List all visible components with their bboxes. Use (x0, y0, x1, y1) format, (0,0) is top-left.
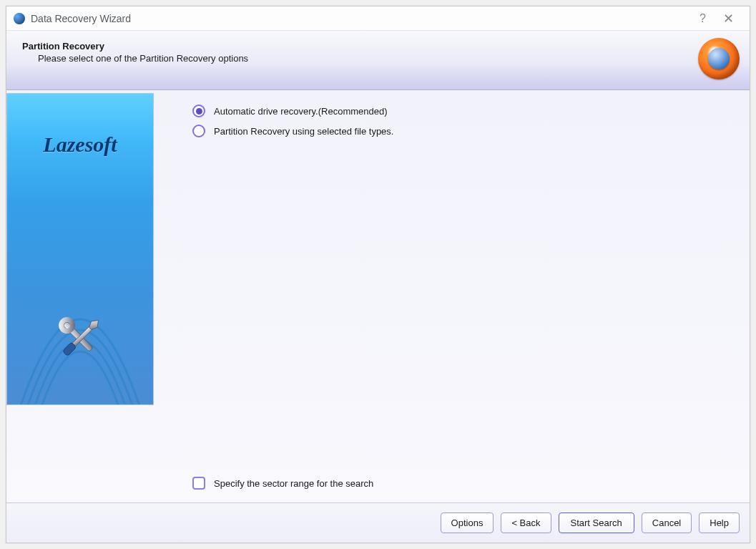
side-panel: Lazesoft (6, 93, 154, 405)
checkbox-label: Specify the sector range for the search (214, 478, 373, 489)
checkbox-icon (192, 477, 205, 490)
radio-icon (192, 105, 205, 117)
window-title: Data Recovery Wizard (31, 13, 131, 24)
wizard-window: Data Recovery Wizard ? ✕ Partition Recov… (6, 6, 750, 543)
checkbox-sector-range[interactable]: Specify the sector range for the search (192, 477, 373, 490)
start-search-button[interactable]: Start Search (559, 512, 634, 533)
lifesaver-icon (698, 38, 740, 79)
wizard-header: Partition Recovery Please select one of … (6, 31, 750, 90)
page-title: Partition Recovery (22, 41, 737, 52)
radio-automatic-recovery[interactable]: Automatic drive recovery.(Recommended) (192, 105, 735, 117)
tools-icon (53, 311, 107, 366)
cancel-button[interactable]: Cancel (642, 512, 692, 533)
titlebar: Data Recovery Wizard ? ✕ (6, 6, 750, 31)
brand-logo: Lazesoft (43, 132, 117, 157)
back-button[interactable]: < Back (501, 512, 551, 533)
help-button[interactable]: Help (699, 512, 740, 533)
radio-icon (192, 125, 205, 137)
page-subtitle: Please select one of the Partition Recov… (22, 53, 737, 64)
close-icon[interactable]: ✕ (723, 12, 734, 25)
options-panel: Automatic drive recovery.(Recommended) P… (154, 90, 750, 502)
button-bar: Options < Back Start Search Cancel Help (6, 502, 750, 543)
content-area: Lazesoft (6, 90, 750, 502)
options-button[interactable]: Options (441, 512, 494, 533)
help-icon[interactable]: ? (699, 13, 706, 24)
app-icon (14, 13, 25, 24)
radio-label: Automatic drive recovery.(Recommended) (214, 106, 388, 117)
radio-label: Partition Recovery using selected file t… (214, 126, 393, 137)
radio-partition-recovery-filetypes[interactable]: Partition Recovery using selected file t… (192, 125, 735, 137)
